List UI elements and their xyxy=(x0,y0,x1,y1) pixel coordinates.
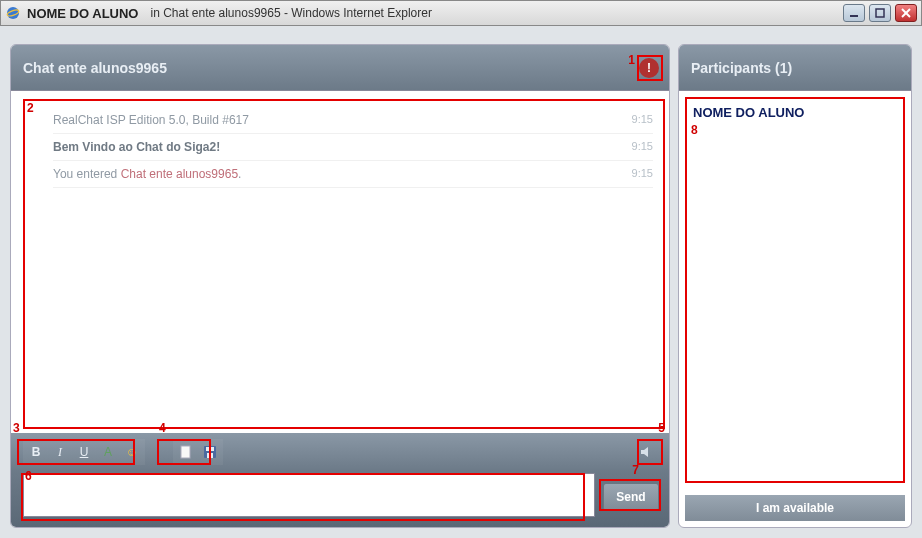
chat-room-link[interactable]: Chat ente alunos9965 xyxy=(121,167,238,181)
ie-logo-icon xyxy=(5,5,21,21)
window-title-bar: NOME DO ALUNO in Chat ente alunos9965 - … xyxy=(0,0,922,26)
sound-button[interactable] xyxy=(635,441,657,463)
annotation-1: 1 xyxy=(628,53,635,67)
chat-area: 2 RealChat ISP Edition 5.0, Build #617 9… xyxy=(11,91,669,433)
save-button[interactable] xyxy=(199,441,221,463)
svg-marker-10 xyxy=(641,447,648,457)
chat-msg-time: 9:15 xyxy=(632,140,653,154)
svg-rect-3 xyxy=(876,9,884,17)
chat-msg-time: 9:15 xyxy=(632,167,653,181)
new-doc-button[interactable] xyxy=(175,441,197,463)
bold-button[interactable]: B xyxy=(25,441,47,463)
close-button[interactable] xyxy=(895,4,917,22)
chat-message-list[interactable]: RealChat ISP Edition 5.0, Build #617 9:1… xyxy=(23,99,665,429)
underline-button[interactable]: U xyxy=(73,441,95,463)
chat-line: RealChat ISP Edition 5.0, Build #617 9:1… xyxy=(53,107,653,134)
chat-msg-time: 9:15 xyxy=(632,113,653,127)
participants-header: Participants (1) xyxy=(679,45,911,91)
chat-header: Chat ente alunos9965 1 ! xyxy=(11,45,669,91)
input-row: 6 7 Send xyxy=(11,471,669,527)
chat-line: Bem Vindo ao Chat do Siga2! 9:15 xyxy=(53,134,653,161)
participants-title: Participants (1) xyxy=(691,60,792,76)
chat-msg-text: RealChat ISP Edition 5.0, Build #617 xyxy=(53,113,249,127)
status-button[interactable]: I am available xyxy=(685,495,905,521)
title-user-name: NOME DO ALUNO xyxy=(27,6,138,21)
color-button[interactable]: A xyxy=(97,441,119,463)
participants-panel: Participants (1) NOME DO ALUNO 8 I am av… xyxy=(678,44,912,528)
send-button[interactable]: Send xyxy=(603,483,659,511)
smiley-button[interactable]: ☺ xyxy=(121,441,143,463)
participants-list[interactable]: NOME DO ALUNO 8 xyxy=(685,97,905,483)
italic-button[interactable]: I xyxy=(49,441,71,463)
chat-msg-text: Bem Vindo ao Chat do Siga2! xyxy=(53,140,220,154)
svg-rect-9 xyxy=(207,453,213,458)
format-toolbar: 3 B I U A ☺ 4 5 xyxy=(11,433,669,471)
chat-msg-text: You entered Chat ente alunos9965. xyxy=(53,167,241,181)
info-icon[interactable]: ! xyxy=(639,58,659,78)
minimize-button[interactable] xyxy=(843,4,865,22)
chat-line: You entered Chat ente alunos9965. 9:15 xyxy=(53,161,653,188)
participants-body: NOME DO ALUNO 8 xyxy=(679,91,911,489)
annotation-8: 8 xyxy=(691,123,698,137)
maximize-button[interactable] xyxy=(869,4,891,22)
participant-item[interactable]: NOME DO ALUNO xyxy=(693,105,897,120)
chat-panel: Chat ente alunos9965 1 ! 2 RealChat ISP … xyxy=(10,44,670,528)
svg-rect-6 xyxy=(181,446,190,458)
svg-rect-8 xyxy=(206,447,214,451)
chat-input[interactable] xyxy=(23,473,595,517)
title-suffix: in Chat ente alunos9965 - Windows Intern… xyxy=(150,6,843,20)
chat-title: Chat ente alunos9965 xyxy=(23,60,167,76)
